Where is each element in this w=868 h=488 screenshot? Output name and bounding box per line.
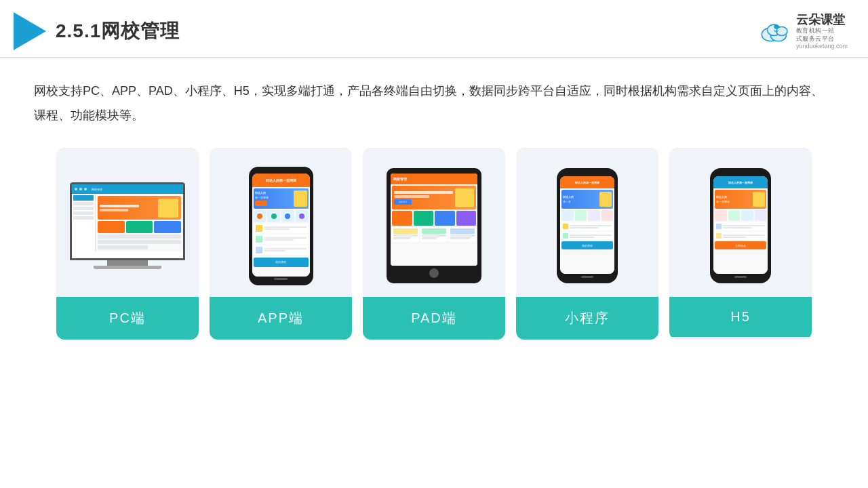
phone-miniprogram-mock: 职达人的第一堂网课 职达人的 第一堂 [557, 168, 618, 283]
brand-area: 云朵课堂 教育机构一站式服务云平台 yunduoketang.com [758, 13, 848, 50]
card-h5-label: H5 [669, 297, 812, 337]
card-h5: 职达人的第一堂网课 职达人的 第一堂网课 [669, 148, 812, 340]
tablet-mock: 网校管理 立即学习 [387, 168, 481, 283]
phone-miniprogram-body: 职达人的第一堂网课 职达人的 第一堂 [557, 168, 618, 283]
phone-app-body: 职达人的第一堂网课 职达人的 第一堂网课 [249, 167, 313, 285]
tablet-body: 网校管理 立即学习 [387, 168, 481, 283]
description-text: 网校支持PC、APP、PAD、小程序、H5，实现多端打通，产品各终端自由切换，数… [0, 58, 868, 141]
card-miniprogram-image: 职达人的第一堂网课 职达人的 第一堂 [516, 148, 658, 297]
header-left: 2.5.1网校管理 [14, 12, 180, 50]
brand-logo: 云朵课堂 教育机构一站式服务云平台 yunduoketang.com [758, 13, 848, 50]
brand-subtitle: 教育机构一站式服务云平台 [796, 27, 835, 43]
card-pad: 网校管理 立即学习 [363, 148, 505, 340]
brand-text: 云朵课堂 教育机构一站式服务云平台 yunduoketang.com [796, 13, 848, 50]
phone-app-screen: 职达人的第一堂网课 职达人的 第一堂网课 [252, 174, 310, 277]
brand-url: yunduoketang.com [796, 43, 848, 49]
cloud-logo-icon [758, 19, 792, 43]
pc-screen: 网校管理 [70, 182, 185, 260]
card-pad-label: PAD端 [363, 297, 505, 340]
logo-triangle-icon [14, 12, 46, 50]
card-pc-image: 网校管理 [56, 148, 199, 297]
tablet-screen: 网校管理 立即学习 [391, 174, 477, 266]
phone-app-mock: 职达人的第一堂网课 职达人的 第一堂网课 [249, 167, 313, 285]
pc-device-mock: 网校管理 [70, 182, 185, 269]
card-pc-label: PC端 [56, 297, 199, 340]
card-h5-image: 职达人的第一堂网课 职达人的 第一堂网课 [669, 148, 812, 297]
description-paragraph: 网校支持PC、APP、PAD、小程序、H5，实现多端打通，产品各终端自由切换，数… [34, 79, 834, 127]
card-app-image: 职达人的第一堂网课 职达人的 第一堂网课 [210, 148, 352, 297]
cards-container: 网校管理 [0, 141, 868, 353]
svg-point-4 [774, 24, 778, 29]
brand-name: 云朵课堂 [796, 13, 845, 28]
card-miniprogram-label: 小程序 [516, 297, 658, 340]
page-title: 2.5.1网校管理 [56, 18, 180, 44]
card-pc: 网校管理 [56, 148, 199, 340]
card-pad-image: 网校管理 立即学习 [363, 148, 505, 297]
phone-h5-screen: 职达人的第一堂网课 职达人的 第一堂网课 [713, 176, 768, 274]
phone-miniprogram-screen: 职达人的第一堂网课 职达人的 第一堂 [560, 176, 614, 274]
phone-h5-mock: 职达人的第一堂网课 职达人的 第一堂网课 [710, 168, 771, 283]
card-app-label: APP端 [210, 297, 352, 340]
phone-h5-body: 职达人的第一堂网课 职达人的 第一堂网课 [710, 168, 771, 283]
header: 2.5.1网校管理 云朵课堂 教育机构一站式服务云平台 yunduoketang… [0, 0, 868, 58]
card-miniprogram: 职达人的第一堂网课 职达人的 第一堂 [516, 148, 658, 340]
card-app: 职达人的第一堂网课 职达人的 第一堂网课 [210, 148, 352, 340]
